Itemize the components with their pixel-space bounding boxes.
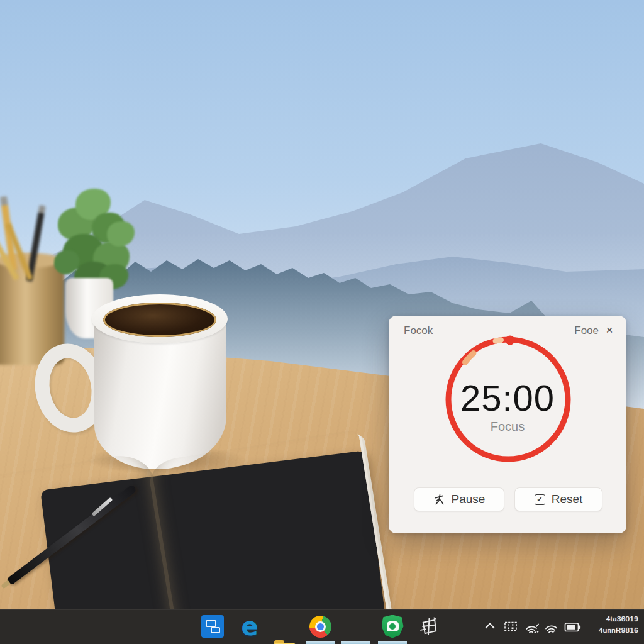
taskbar-icon-chat[interactable] <box>381 615 404 638</box>
wifi-signal-alt-icon <box>525 621 541 634</box>
runner-glyph-icon <box>433 494 445 506</box>
active-indicator-chrome <box>306 641 335 644</box>
window-title: Focok <box>404 325 433 337</box>
touch-keyboard-icon <box>504 621 518 632</box>
taskbar-icon-chrome[interactable] <box>309 615 331 638</box>
clock-time: 4ta36019 <box>599 614 638 625</box>
chrome-icon <box>309 616 331 638</box>
network-status-button[interactable] <box>525 621 541 636</box>
focus-timer-window: Focok Fooe × 25:00 Focus Pause ✓ Re <box>389 316 626 533</box>
window-title-right: Fooe <box>574 325 599 337</box>
taskbar-icon-file-explorer[interactable] <box>274 638 296 644</box>
reset-button[interactable]: ✓ Reset <box>514 487 602 511</box>
close-icon[interactable]: × <box>601 322 618 338</box>
taskbar-icon-sketch[interactable] <box>418 615 440 638</box>
reset-button-label: Reset <box>552 492 583 506</box>
chat-icon <box>382 615 404 638</box>
active-indicator-notes <box>341 641 370 644</box>
battery-button[interactable] <box>564 621 582 636</box>
tray-clock[interactable]: 4ta36019 4unnR9816 <box>599 614 638 636</box>
desktop: Focok Fooe × 25:00 Focus Pause ✓ Re <box>0 0 644 644</box>
show-hidden-icons-button[interactable] <box>483 621 497 634</box>
battery-icon <box>564 621 582 633</box>
wifi-icon <box>544 621 560 634</box>
pause-button[interactable]: Pause <box>414 487 504 511</box>
sketch-icon <box>419 616 440 637</box>
wifi-button[interactable] <box>544 621 560 636</box>
ring-knob[interactable] <box>506 336 515 345</box>
coffee-surface <box>103 303 216 337</box>
edge-icon: e <box>241 614 258 639</box>
chevron-up-icon <box>483 621 497 631</box>
session-label: Focus <box>389 419 626 434</box>
clock-date: 4unnR9816 <box>599 625 638 636</box>
pause-button-label: Pause <box>452 492 486 506</box>
taskbar-icon-edge[interactable]: e <box>238 615 261 638</box>
boxed-check-icon: ✓ <box>535 494 545 505</box>
active-indicator-chat <box>378 641 407 644</box>
taskbar: e <box>0 609 644 644</box>
touch-keyboard-button[interactable] <box>504 621 518 635</box>
timer-countdown: 25:00 <box>389 377 626 419</box>
taskbar-icon-task-view[interactable] <box>201 615 224 638</box>
